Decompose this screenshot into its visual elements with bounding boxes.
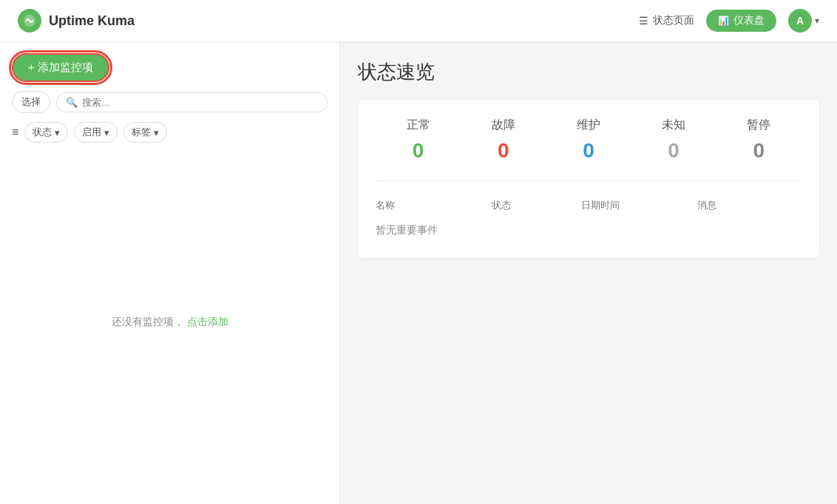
filter-row: ≡ 状态 ▾ 启用 ▾ 标签 ▾ xyxy=(12,122,328,143)
add-monitor-button[interactable]: + 添加监控项 xyxy=(12,53,109,82)
avatar[interactable]: A xyxy=(788,9,812,33)
search-row: 选择 🔍 xyxy=(12,91,328,113)
main-layout: + 添加监控项 选择 🔍 ≡ 状态 ▾ 启用 ▾ 标签 ▾ 还没 xyxy=(0,41,837,504)
dashboard-button[interactable]: 📊 仪表盘 xyxy=(706,10,776,32)
dashboard-icon: 📊 xyxy=(718,16,729,26)
events-table: 名称 状态 日期时间 消息 暂无重要事件 xyxy=(376,199,802,240)
page-title: 状态速览 xyxy=(358,59,819,85)
empty-message: 还没有监控项， 点击添加 xyxy=(12,151,328,492)
app-header: Uptime Kuma ☰ 状态页面 📊 仪表盘 A ▾ xyxy=(0,0,837,41)
col-header-state: 状态 xyxy=(492,199,570,212)
user-menu[interactable]: A ▾ xyxy=(788,9,819,33)
status-maintenance: 维护 0 xyxy=(577,118,600,163)
chevron-down-icon: ▾ xyxy=(815,16,819,26)
chevron-down-icon: ▾ xyxy=(104,127,109,138)
main-content: 状态速览 正常 0 故障 0 维护 0 未知 0 xyxy=(340,41,837,504)
logo-text: Uptime Kuma xyxy=(49,13,135,29)
search-icon: 🔍 xyxy=(66,97,78,108)
hamburger-icon: ☰ xyxy=(639,15,648,27)
col-header-name: 名称 xyxy=(376,199,480,212)
status-page-link[interactable]: ☰ 状态页面 xyxy=(639,14,694,27)
search-wrapper: 🔍 xyxy=(56,92,328,112)
col-header-datetime: 日期时间 xyxy=(581,199,685,212)
chevron-down-icon: ▾ xyxy=(55,127,60,138)
filter-enabled-button[interactable]: 启用 ▾ xyxy=(74,122,118,143)
select-button[interactable]: 选择 xyxy=(12,91,50,113)
filter-status-button[interactable]: 状态 ▾ xyxy=(24,122,68,143)
empty-add-link[interactable]: 点击添加 xyxy=(187,316,228,329)
filter-icon[interactable]: ≡ xyxy=(12,126,18,139)
logo-icon xyxy=(18,9,41,33)
status-fault: 故障 0 xyxy=(492,118,515,163)
search-input[interactable] xyxy=(82,97,318,108)
logo: Uptime Kuma xyxy=(18,9,135,33)
status-paused: 暂停 0 xyxy=(747,118,770,163)
chevron-down-icon: ▾ xyxy=(154,127,159,138)
status-card: 正常 0 故障 0 维护 0 未知 0 暂停 0 xyxy=(358,100,819,258)
filter-tags-button[interactable]: 标签 ▾ xyxy=(123,122,167,143)
status-normal: 正常 0 xyxy=(407,118,430,163)
status-overview: 正常 0 故障 0 维护 0 未知 0 暂停 0 xyxy=(376,118,802,181)
col-header-message: 消息 xyxy=(697,199,802,212)
events-empty-message: 暂无重要事件 xyxy=(376,221,802,240)
header-right: ☰ 状态页面 📊 仪表盘 A ▾ xyxy=(639,9,819,33)
events-table-header: 名称 状态 日期时间 消息 xyxy=(376,199,802,212)
status-unknown: 未知 0 xyxy=(662,118,685,163)
sidebar: + 添加监控项 选择 🔍 ≡ 状态 ▾ 启用 ▾ 标签 ▾ 还没 xyxy=(0,41,340,504)
